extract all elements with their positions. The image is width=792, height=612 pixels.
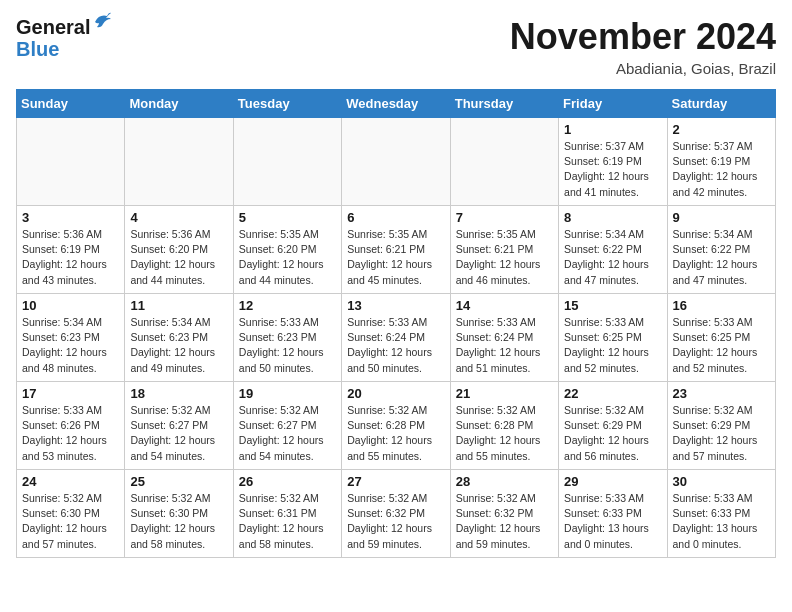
day-info: Sunrise: 5:33 AM Sunset: 6:24 PM Dayligh… [456, 315, 553, 376]
calendar-week-row: 10Sunrise: 5:34 AM Sunset: 6:23 PM Dayli… [17, 294, 776, 382]
day-number: 1 [564, 122, 661, 137]
calendar-cell: 10Sunrise: 5:34 AM Sunset: 6:23 PM Dayli… [17, 294, 125, 382]
calendar-cell: 5Sunrise: 5:35 AM Sunset: 6:20 PM Daylig… [233, 206, 341, 294]
day-number: 21 [456, 386, 553, 401]
day-info: Sunrise: 5:34 AM Sunset: 6:23 PM Dayligh… [22, 315, 119, 376]
logo-blue-text: Blue [16, 38, 59, 60]
calendar-cell: 18Sunrise: 5:32 AM Sunset: 6:27 PM Dayli… [125, 382, 233, 470]
weekday-header-saturday: Saturday [667, 90, 775, 118]
day-info: Sunrise: 5:34 AM Sunset: 6:22 PM Dayligh… [564, 227, 661, 288]
calendar-cell: 7Sunrise: 5:35 AM Sunset: 6:21 PM Daylig… [450, 206, 558, 294]
calendar-week-row: 3Sunrise: 5:36 AM Sunset: 6:19 PM Daylig… [17, 206, 776, 294]
day-number: 10 [22, 298, 119, 313]
logo-bird-icon [91, 10, 113, 32]
calendar-cell: 29Sunrise: 5:33 AM Sunset: 6:33 PM Dayli… [559, 470, 667, 558]
day-number: 23 [673, 386, 770, 401]
calendar-cell: 11Sunrise: 5:34 AM Sunset: 6:23 PM Dayli… [125, 294, 233, 382]
weekday-header-sunday: Sunday [17, 90, 125, 118]
day-number: 9 [673, 210, 770, 225]
weekday-header-wednesday: Wednesday [342, 90, 450, 118]
day-info: Sunrise: 5:33 AM Sunset: 6:26 PM Dayligh… [22, 403, 119, 464]
day-number: 7 [456, 210, 553, 225]
day-info: Sunrise: 5:36 AM Sunset: 6:19 PM Dayligh… [22, 227, 119, 288]
day-info: Sunrise: 5:34 AM Sunset: 6:22 PM Dayligh… [673, 227, 770, 288]
weekday-header-monday: Monday [125, 90, 233, 118]
calendar-cell: 24Sunrise: 5:32 AM Sunset: 6:30 PM Dayli… [17, 470, 125, 558]
calendar-header-row: SundayMondayTuesdayWednesdayThursdayFrid… [17, 90, 776, 118]
day-number: 29 [564, 474, 661, 489]
day-number: 8 [564, 210, 661, 225]
title-block: November 2024 Abadiania, Goias, Brazil [510, 16, 776, 77]
day-number: 15 [564, 298, 661, 313]
month-title: November 2024 [510, 16, 776, 58]
page-header: General Blue November 2024 Abadiania, Go… [16, 16, 776, 77]
calendar-cell: 8Sunrise: 5:34 AM Sunset: 6:22 PM Daylig… [559, 206, 667, 294]
day-info: Sunrise: 5:32 AM Sunset: 6:27 PM Dayligh… [239, 403, 336, 464]
day-number: 12 [239, 298, 336, 313]
day-info: Sunrise: 5:35 AM Sunset: 6:21 PM Dayligh… [347, 227, 444, 288]
calendar-cell [342, 118, 450, 206]
calendar-cell: 21Sunrise: 5:32 AM Sunset: 6:28 PM Dayli… [450, 382, 558, 470]
calendar-cell [450, 118, 558, 206]
day-info: Sunrise: 5:32 AM Sunset: 6:29 PM Dayligh… [673, 403, 770, 464]
day-info: Sunrise: 5:32 AM Sunset: 6:30 PM Dayligh… [130, 491, 227, 552]
day-number: 2 [673, 122, 770, 137]
calendar-cell: 26Sunrise: 5:32 AM Sunset: 6:31 PM Dayli… [233, 470, 341, 558]
calendar-cell: 13Sunrise: 5:33 AM Sunset: 6:24 PM Dayli… [342, 294, 450, 382]
day-number: 13 [347, 298, 444, 313]
calendar-cell: 22Sunrise: 5:32 AM Sunset: 6:29 PM Dayli… [559, 382, 667, 470]
calendar-cell: 16Sunrise: 5:33 AM Sunset: 6:25 PM Dayli… [667, 294, 775, 382]
calendar-cell: 12Sunrise: 5:33 AM Sunset: 6:23 PM Dayli… [233, 294, 341, 382]
calendar-cell: 25Sunrise: 5:32 AM Sunset: 6:30 PM Dayli… [125, 470, 233, 558]
day-info: Sunrise: 5:32 AM Sunset: 6:28 PM Dayligh… [456, 403, 553, 464]
logo-general-text: General [16, 16, 90, 38]
calendar-cell: 3Sunrise: 5:36 AM Sunset: 6:19 PM Daylig… [17, 206, 125, 294]
day-info: Sunrise: 5:33 AM Sunset: 6:25 PM Dayligh… [564, 315, 661, 376]
day-number: 27 [347, 474, 444, 489]
day-info: Sunrise: 5:33 AM Sunset: 6:33 PM Dayligh… [564, 491, 661, 552]
weekday-header-thursday: Thursday [450, 90, 558, 118]
weekday-header-friday: Friday [559, 90, 667, 118]
weekday-header-tuesday: Tuesday [233, 90, 341, 118]
calendar-cell: 15Sunrise: 5:33 AM Sunset: 6:25 PM Dayli… [559, 294, 667, 382]
day-number: 26 [239, 474, 336, 489]
day-number: 3 [22, 210, 119, 225]
day-info: Sunrise: 5:32 AM Sunset: 6:28 PM Dayligh… [347, 403, 444, 464]
calendar-cell: 30Sunrise: 5:33 AM Sunset: 6:33 PM Dayli… [667, 470, 775, 558]
day-info: Sunrise: 5:32 AM Sunset: 6:27 PM Dayligh… [130, 403, 227, 464]
day-info: Sunrise: 5:35 AM Sunset: 6:20 PM Dayligh… [239, 227, 336, 288]
calendar-week-row: 17Sunrise: 5:33 AM Sunset: 6:26 PM Dayli… [17, 382, 776, 470]
calendar-cell: 27Sunrise: 5:32 AM Sunset: 6:32 PM Dayli… [342, 470, 450, 558]
calendar-cell [125, 118, 233, 206]
calendar-table: SundayMondayTuesdayWednesdayThursdayFrid… [16, 89, 776, 558]
day-number: 19 [239, 386, 336, 401]
day-number: 17 [22, 386, 119, 401]
day-info: Sunrise: 5:32 AM Sunset: 6:29 PM Dayligh… [564, 403, 661, 464]
day-info: Sunrise: 5:32 AM Sunset: 6:30 PM Dayligh… [22, 491, 119, 552]
day-info: Sunrise: 5:33 AM Sunset: 6:23 PM Dayligh… [239, 315, 336, 376]
day-info: Sunrise: 5:36 AM Sunset: 6:20 PM Dayligh… [130, 227, 227, 288]
calendar-cell: 17Sunrise: 5:33 AM Sunset: 6:26 PM Dayli… [17, 382, 125, 470]
calendar-cell [17, 118, 125, 206]
day-number: 6 [347, 210, 444, 225]
calendar-cell: 14Sunrise: 5:33 AM Sunset: 6:24 PM Dayli… [450, 294, 558, 382]
day-number: 20 [347, 386, 444, 401]
calendar-cell: 6Sunrise: 5:35 AM Sunset: 6:21 PM Daylig… [342, 206, 450, 294]
day-info: Sunrise: 5:37 AM Sunset: 6:19 PM Dayligh… [564, 139, 661, 200]
calendar-week-row: 1Sunrise: 5:37 AM Sunset: 6:19 PM Daylig… [17, 118, 776, 206]
calendar-cell: 28Sunrise: 5:32 AM Sunset: 6:32 PM Dayli… [450, 470, 558, 558]
day-info: Sunrise: 5:32 AM Sunset: 6:31 PM Dayligh… [239, 491, 336, 552]
calendar-cell: 4Sunrise: 5:36 AM Sunset: 6:20 PM Daylig… [125, 206, 233, 294]
day-info: Sunrise: 5:32 AM Sunset: 6:32 PM Dayligh… [456, 491, 553, 552]
day-info: Sunrise: 5:33 AM Sunset: 6:25 PM Dayligh… [673, 315, 770, 376]
day-number: 22 [564, 386, 661, 401]
day-number: 4 [130, 210, 227, 225]
day-info: Sunrise: 5:34 AM Sunset: 6:23 PM Dayligh… [130, 315, 227, 376]
day-info: Sunrise: 5:37 AM Sunset: 6:19 PM Dayligh… [673, 139, 770, 200]
calendar-cell: 23Sunrise: 5:32 AM Sunset: 6:29 PM Dayli… [667, 382, 775, 470]
day-info: Sunrise: 5:33 AM Sunset: 6:24 PM Dayligh… [347, 315, 444, 376]
day-info: Sunrise: 5:35 AM Sunset: 6:21 PM Dayligh… [456, 227, 553, 288]
calendar-cell: 9Sunrise: 5:34 AM Sunset: 6:22 PM Daylig… [667, 206, 775, 294]
day-number: 11 [130, 298, 227, 313]
day-number: 24 [22, 474, 119, 489]
